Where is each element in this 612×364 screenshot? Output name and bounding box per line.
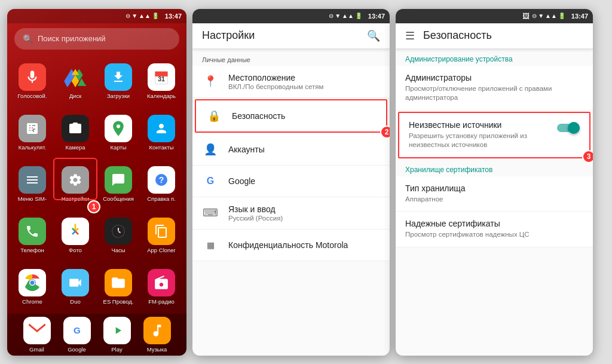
app-clock[interactable]: Часы [98,211,139,260]
language-icon: ⌨ [202,204,219,221]
es-label: ES Провод. [103,298,134,305]
google-icon: G [63,317,91,344]
dock-google[interactable]: G Google [62,314,92,355]
settings-item-motorola[interactable]: ▦ Конфиденциальность Motorola [192,230,390,261]
accounts-text: Аккаунты [228,145,265,154]
icon-3-2: ▼ [538,13,544,19]
google-title: Google [228,176,255,186]
security-icon: 🔒 [206,108,222,124]
toggle-thumb [568,122,580,134]
icon-3-3: ▲▲ [545,13,557,19]
dock-music[interactable]: Музыка [142,314,172,355]
icon-2-3: ▲▲ [342,13,354,19]
app-grid: Голосовой. Диск Загрузки 31 [7,54,186,314]
svg-point-10 [118,230,119,231]
drive-icon [62,63,89,91]
admins-text: Администраторы Просмотр/отключение прило… [405,73,583,103]
dock-gmail[interactable]: Gmail [22,314,52,355]
settings-item-language[interactable]: ⌨ Язык и ввод Русский (Россия) [192,197,390,230]
app-downloads[interactable]: Загрузки [98,57,139,106]
trusted-certs-text: Надежные сертификаты Просмотр сертификат… [405,219,583,240]
status-bar-1: ⊖ ▼ ▲▲ 🔋 13:47 [7,9,186,23]
downloads-label: Загрузки [107,93,130,99]
search-icon-2[interactable]: 🔍 [367,29,380,42]
app-camera[interactable]: Камера [55,108,96,157]
app-drive[interactable]: Диск [55,57,96,106]
google-settings-icon: G [202,173,219,189]
battery-icon: 🔋 [152,13,159,19]
location-text: Местоположение ВКЛ./По беспроводным сетя… [228,73,324,90]
settings-item-accounts[interactable]: 👤 Аккаунты [192,134,390,166]
status-icons-3: ⊖ ▼ ▲▲ 🔋 [532,13,565,19]
unknown-sources-text: Неизвестные источники Разрешить установк… [409,120,552,150]
status-icons-1: ⊖ ▼ ▲▲ 🔋 [126,13,159,19]
status-icons-2: ⊖ ▼ ▲▲ 🔋 [329,13,362,19]
contacts-label: Контакты [149,144,173,151]
voice-icon [19,63,46,91]
app-help[interactable]: ? Справка п. [141,160,182,209]
trusted-certs-title: Надежные сертификаты [405,219,583,228]
maps-label: Карты [110,144,126,151]
icon-3-1: ⊖ [532,13,537,19]
appcloner-icon [148,218,175,245]
help-icon: ? [148,166,175,194]
status-bar-left: 🖼 [522,12,530,20]
calendar-label: Календарь [147,93,176,99]
svg-point-14 [30,280,35,285]
settings-icon [62,166,89,194]
motorola-icon: ▦ [202,237,219,253]
step-badge-3: 3 [582,150,593,163]
language-text: Язык и ввод Русский (Россия) [228,204,283,222]
download-icon [105,63,132,91]
signal-icon: ▲▲ [139,13,151,19]
app-duo[interactable]: Duo [55,262,96,311]
svg-point-3 [117,124,120,128]
app-photos[interactable]: Фото [55,211,96,260]
hamburger-icon[interactable]: ☰ [405,29,415,42]
es-icon [105,269,132,296]
calendar-icon: 31 [148,63,175,91]
settings-item-google[interactable]: G Google [192,166,390,197]
unknown-sources-toggle[interactable] [557,121,580,134]
settings-label: Настройки [62,195,90,202]
app-menu-sim[interactable]: Меню SIM- [12,160,53,209]
photos-icon [62,218,89,245]
fmradio-icon [148,269,175,296]
storage-type-title: Тип хранилища [405,183,583,193]
settings-item-security[interactable]: 🔒 Безопасность 2 [195,99,387,133]
security-item-storage-type[interactable]: Тип хранилища Аппаратное [396,176,593,212]
app-cloner[interactable]: App Cloner [141,211,182,260]
svg-text:G: G [74,325,81,335]
security-item-trusted-certs[interactable]: Надежные сертификаты Просмотр сертификат… [396,212,593,247]
security-item-admins[interactable]: Администраторы Просмотр/отключение прило… [396,66,593,111]
app-contacts[interactable]: Контакты [141,108,182,157]
app-messages[interactable]: Сообщения [98,160,139,209]
clock-label: Часы [111,247,125,253]
language-sub: Русский (Россия) [228,215,283,222]
dock-play[interactable]: Play [102,314,132,355]
app-phone[interactable]: Телефон [12,211,53,260]
security-item-unknown-sources[interactable]: Неизвестные источники Разрешить установк… [398,112,590,158]
security-text: Безопасность [232,111,285,121]
drive-label: Диск [69,93,82,99]
svg-text:?: ? [159,175,164,185]
section-device-admin: Администрирование устройства [396,49,593,66]
app-calc[interactable]: Калькулят. [12,108,53,157]
app-maps[interactable]: Карты [98,108,139,157]
settings-item-location[interactable]: 📍 Местоположение ВКЛ./По беспроводным се… [192,66,390,98]
security-header: ☰ Безопасность [396,23,593,49]
app-chrome[interactable]: Chrome [12,262,53,311]
app-fmradio[interactable]: FM-радио [141,262,182,311]
app-es[interactable]: ES Провод. [98,262,139,311]
status-bar-2: ⊖ ▼ ▲▲ 🔋 13:47 [192,9,390,23]
icon-3-bat: 🔋 [558,13,565,19]
step-badge-1: 1 [87,200,100,213]
app-settings[interactable]: Настройки 1 [55,160,96,209]
search-bar[interactable]: 🔍 Поиск приложений [14,28,179,50]
app-voice[interactable]: Голосовой. [12,57,53,106]
status-time-2: 13:47 [368,13,385,20]
motorola-title: Конфиденциальность Motorola [228,240,348,250]
location-sub: ВКЛ./По беспроводным сетям [228,83,324,90]
help-label: Справка п. [147,195,176,202]
app-calendar[interactable]: 31 Календарь [141,57,182,106]
